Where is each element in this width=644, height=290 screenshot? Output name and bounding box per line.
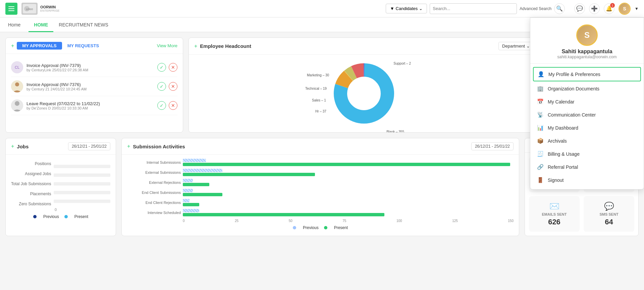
jobs-date-range[interactable]: 26/12/21 - 25/01/22: [68, 142, 110, 150]
submission-plus-icon: +: [127, 143, 130, 149]
jobs-title: Jobs: [17, 144, 65, 149]
sub-bar-present-0: [183, 163, 510, 166]
reject-button-1[interactable]: ✕: [169, 82, 177, 91]
jobs-bars: [54, 161, 110, 206]
sub-bars-4: [183, 199, 514, 206]
user-avatar-button[interactable]: S: [619, 3, 631, 15]
department-select[interactable]: Department ⌄: [498, 42, 534, 50]
reject-button-0[interactable]: ✕: [169, 63, 177, 72]
jobs-bar-1: [54, 173, 110, 177]
menu-item-referral[interactable]: 🔗 Referral Portal: [530, 160, 644, 173]
submission-body: Internal Submissions External Submission…: [122, 155, 519, 234]
approve-button-1[interactable]: ✓: [157, 82, 166, 91]
sub-bars-3: [183, 189, 514, 196]
advanced-search-link[interactable]: Advanced Search: [520, 6, 551, 11]
approval-info-1: Invoice Approval (INV-7376) by Century 2…: [26, 82, 154, 91]
jobs-label-3: Placements: [11, 192, 51, 196]
jobs-legend-prev-dot: [33, 215, 37, 218]
approve-button-2[interactable]: ✓: [157, 101, 166, 110]
approve-button-0[interactable]: ✓: [157, 63, 166, 72]
sub-bar-prev-1: [183, 169, 222, 172]
sms-icon: 💬: [604, 202, 614, 211]
headcount-header: + Employee Headcount Department ⌄: [189, 38, 539, 55]
sub-bar-prev-2: [183, 179, 193, 182]
menu-item-profile[interactable]: 👤 My Profile & Preferences: [533, 67, 641, 81]
menu-item-signout[interactable]: 🚪 Signout: [530, 173, 644, 187]
my-requests-tab[interactable]: MY REQUESTS: [62, 42, 104, 50]
logo-image: LOGO: [21, 3, 38, 15]
headcount-title: Employee Headcount: [200, 43, 496, 49]
approval-actions-1: ✓ ✕: [157, 82, 177, 91]
menu-label-comm-center: Communication Center: [548, 112, 596, 118]
referral-icon: 🔗: [537, 164, 544, 170]
sms-value: 64: [605, 218, 613, 226]
sub-x-axis: 0 25 50 75 100 125 150: [127, 219, 514, 223]
approval-title-0: Invoice Approval (INV-7379): [26, 63, 154, 68]
signout-icon: 🚪: [537, 177, 544, 183]
filter-button[interactable]: ▼ Candidates ⌄: [386, 4, 427, 13]
messages-icon-button[interactable]: 💬: [574, 3, 585, 14]
submission-title: Submission Activities: [133, 144, 469, 149]
menu-label-archivals: Archivals: [548, 138, 567, 144]
submission-header: + Submission Activities 26/12/21 - 25/01…: [122, 138, 519, 155]
menu-item-archivals[interactable]: 📦 Archivals: [530, 134, 644, 147]
x-125: 125: [452, 219, 458, 223]
avatar-chevron[interactable]: ▼: [635, 6, 639, 11]
dropdown-menu: 👤 My Profile & Preferences 🏢 Organizatio…: [530, 64, 644, 189]
jobs-labels: Positions Assigned Jobs Total Job Submis…: [11, 161, 54, 206]
menu-item-billing[interactable]: 🧾 Billing & Usage: [530, 147, 644, 160]
approval-sub-0: by CenturyLink 25/01/22 07:26:38 AM: [26, 68, 154, 72]
approval-item-1: Invoice Approval (INV-7376) by Century 2…: [11, 77, 177, 96]
org-docs-icon: 🏢: [537, 85, 544, 92]
approval-title-2: Leave Request (07/02/22 to 11/02/22): [26, 101, 154, 106]
menu-item-comm-center[interactable]: 📡 Communication Center: [530, 108, 644, 121]
notifications-icon-button[interactable]: 🔔 1: [604, 3, 614, 14]
sub-label-2: External Rejections: [127, 180, 181, 185]
sub-bar-present-2: [183, 183, 209, 186]
hamburger-button[interactable]: [5, 3, 17, 15]
sub-label-4: End Client Rejections: [127, 201, 181, 205]
tab-recruitment-news[interactable]: RECRUITMENT NEWS: [53, 17, 114, 32]
my-approvals-tab[interactable]: MY APPROVALS: [17, 42, 62, 50]
label-blank: Blank – 355: [386, 130, 404, 133]
jobs-label-2: Total Job Submissions: [11, 182, 51, 186]
x-0: 0: [183, 219, 185, 223]
emails-value: 626: [548, 218, 560, 226]
calendar-icon: 📅: [537, 98, 544, 105]
svg-point-15: [349, 78, 379, 108]
sub-bars-0: [183, 159, 514, 166]
approval-info-0: Invoice Approval (INV-7379) by CenturyLi…: [26, 63, 154, 72]
sub-bars-5: [183, 209, 514, 216]
dept-chevron-icon: ⌄: [526, 44, 530, 49]
jobs-plus-icon: +: [11, 143, 14, 149]
sub-legend: Previous Present: [127, 225, 514, 230]
search-icon-button[interactable]: 🔍: [554, 3, 565, 14]
chevron-down-icon: ⌄: [419, 6, 423, 11]
view-more-link[interactable]: View More: [157, 43, 177, 48]
menu-item-calendar[interactable]: 📅 My Calendar: [530, 95, 644, 108]
menu-label-calendar: My Calendar: [548, 99, 574, 104]
sub-row-3: End Client Submissions: [127, 189, 514, 196]
menu-item-org-docs[interactable]: 🏢 Organization Documents: [530, 82, 644, 95]
sub-bar-prev-5: [183, 209, 199, 212]
sub-bar-present-4: [183, 203, 199, 206]
filter-icon: ▼: [390, 6, 394, 11]
jobs-x-zero: 0: [11, 208, 110, 212]
headcount-plus-icon: +: [194, 43, 197, 49]
logo-text: OORWIN ENTERPRISE: [40, 5, 60, 12]
sub-legend-present-dot: [324, 226, 327, 229]
menu-label-billing: Billing & Usage: [548, 151, 580, 157]
submission-date-range[interactable]: 26/12/21 - 25/01/22: [471, 142, 514, 150]
search-input[interactable]: [433, 6, 514, 11]
top-nav: LOGO OORWIN ENTERPRISE ▼ Candidates ⌄ Ad…: [0, 0, 644, 17]
approvals-tabs: MY APPROVALS MY REQUESTS: [17, 42, 154, 50]
sub-row-2: External Rejections: [127, 179, 514, 186]
logo-area: LOGO OORWIN ENTERPRISE: [21, 3, 60, 15]
reject-button-2[interactable]: ✕: [169, 101, 177, 110]
jobs-legend-prev: Previous: [43, 214, 59, 219]
add-icon-button[interactable]: ➕: [589, 3, 600, 14]
menu-item-dashboard[interactable]: 📊 My Dashboard: [530, 121, 644, 134]
tab-home[interactable]: HOME: [29, 17, 53, 32]
sub-legend-prev: Previous: [303, 225, 319, 230]
jobs-bar-2: [54, 182, 110, 186]
